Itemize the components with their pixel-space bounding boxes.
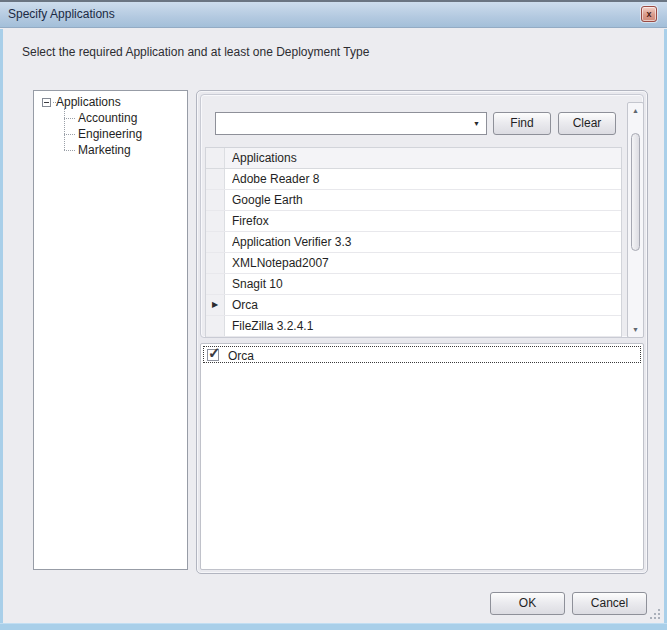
scroll-up-icon[interactable]: ▲	[628, 103, 643, 118]
tree-node-applications[interactable]: Applications	[56, 95, 121, 109]
find-button[interactable]: Find	[493, 112, 551, 135]
search-input[interactable]	[218, 115, 466, 132]
dialog-body: Select the required Application and at l…	[3, 29, 664, 623]
table-row[interactable]: Google Earth	[206, 190, 621, 211]
table-row[interactable]: Adobe Reader 8	[206, 169, 621, 190]
table-row[interactable]: Application Verifier 3.3	[206, 232, 621, 253]
grid-cell[interactable]: Application Verifier 3.3	[232, 235, 617, 249]
table-row[interactable]: Firefox	[206, 211, 621, 232]
grid-row-header-cell	[206, 316, 225, 336]
tree-node-marketing[interactable]: Marketing	[78, 143, 131, 157]
grid-cell[interactable]: FileZilla 3.2.4.1	[232, 319, 617, 333]
list-item-orca[interactable]: ✓ Orca	[203, 346, 641, 363]
grid-row-header-cell	[206, 190, 225, 210]
check-icon: ✓	[208, 344, 221, 362]
instruction-text: Select the required Application and at l…	[22, 45, 369, 59]
tree-connector	[64, 150, 75, 151]
grid-row-header-cell	[206, 253, 225, 273]
grid-header-row[interactable]: Applications	[206, 148, 621, 169]
search-combobox[interactable]: ▼	[215, 112, 487, 135]
close-icon[interactable]: x	[641, 6, 657, 22]
table-row[interactable]: Snagit 10	[206, 274, 621, 295]
grid-row-header-cell	[206, 274, 225, 294]
chevron-down-icon[interactable]: ▼	[473, 120, 480, 127]
list-item-label[interactable]: Orca	[228, 349, 254, 363]
specify-applications-dialog: Specify Applications x Select the requir…	[0, 0, 667, 630]
table-row[interactable]: XMLNotepad2007	[206, 253, 621, 274]
table-row-current[interactable]: ▶ Orca	[206, 295, 621, 316]
applications-group: ▼ Find Clear Applications Adobe Reader 8	[196, 90, 648, 574]
resize-grip[interactable]	[650, 609, 652, 611]
tree-collapse-icon[interactable]	[42, 98, 51, 107]
window-frame-bottom	[0, 623, 667, 630]
tree-connector	[64, 118, 75, 119]
current-row-icon: ▶	[212, 300, 218, 309]
scroll-down-icon[interactable]: ▼	[628, 322, 643, 337]
grid-row-header-cell	[206, 232, 225, 252]
cancel-button[interactable]: Cancel	[572, 592, 647, 615]
grid-cell[interactable]: Orca	[232, 298, 617, 312]
grid-cell[interactable]: Adobe Reader 8	[232, 172, 617, 186]
ok-button[interactable]: OK	[490, 592, 565, 615]
applications-grid: Applications Adobe Reader 8 Google Earth…	[205, 147, 622, 337]
tree-connector	[64, 108, 65, 150]
grid-cell[interactable]: Firefox	[232, 214, 617, 228]
tree-node-accounting[interactable]: Accounting	[78, 111, 137, 125]
window-title: Specify Applications	[8, 7, 115, 21]
tree-connector	[64, 134, 75, 135]
grid-column-header[interactable]: Applications	[232, 151, 617, 165]
clear-button[interactable]: Clear	[558, 112, 616, 135]
grid-cell[interactable]: XMLNotepad2007	[232, 256, 617, 270]
grid-row-header-cell	[206, 169, 225, 189]
applications-tree: Applications Accounting Engineering Mark…	[33, 90, 188, 570]
grid-cell[interactable]: Google Earth	[232, 193, 617, 207]
applications-grid-panel: ▼ Find Clear Applications Adobe Reader 8	[200, 94, 644, 338]
grid-row-header-cell	[206, 148, 225, 168]
scrollbar-thumb[interactable]	[631, 133, 640, 251]
grid-row-header-cell: ▶	[206, 295, 225, 315]
grid-cell[interactable]: Snagit 10	[232, 277, 617, 291]
checkbox[interactable]: ✓	[207, 349, 219, 361]
deployment-type-list: ✓ Orca	[200, 343, 644, 570]
titlebar[interactable]: Specify Applications x	[0, 2, 667, 28]
grid-scrollbar[interactable]: ▲ ▼	[627, 102, 644, 338]
table-row[interactable]: FileZilla 3.2.4.1	[206, 316, 621, 337]
tree-node-engineering[interactable]: Engineering	[78, 127, 142, 141]
grid-row-header-cell	[206, 211, 225, 231]
